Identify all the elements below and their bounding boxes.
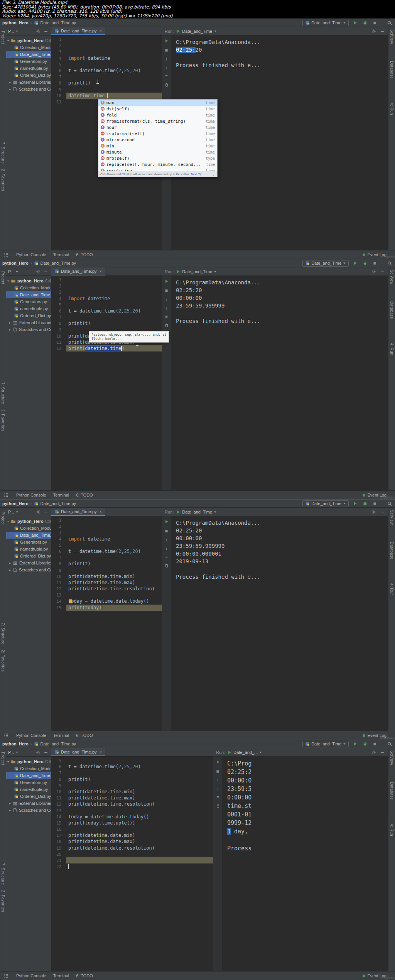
code-editor[interactable]: 1234import datetime56t = datetime.time(2…: [51, 516, 162, 731]
tool-button--structure[interactable]: 7: Structure: [1, 623, 5, 645]
status-item-python-console[interactable]: Python Console: [16, 252, 46, 257]
down-stack-button[interactable]: ↓: [215, 786, 221, 791]
settings-button[interactable]: [35, 28, 41, 34]
breadcrumb-project[interactable]: python_Hero: [2, 501, 29, 506]
tab-close-button[interactable]: ×: [100, 509, 102, 514]
status-item-6-todo[interactable]: 6: TODO: [76, 252, 93, 257]
tool-button--structure[interactable]: 7: Structure: [1, 863, 5, 885]
code-editor[interactable]: 1234import datetime56t = datetime.time(2…: [51, 276, 162, 490]
chevron-expanded-icon[interactable]: ▾: [7, 760, 11, 764]
chevron-collapsed-icon[interactable]: ▸: [9, 81, 13, 84]
rerun-button[interactable]: [164, 278, 170, 284]
tree-item[interactable]: ▸Scratches and Consol...: [6, 807, 51, 814]
status-item-python-console[interactable]: Python Console: [16, 733, 46, 738]
debug-button[interactable]: [362, 741, 368, 747]
run-config-select[interactable]: Date_and_Time: [302, 260, 349, 267]
project-panel-title[interactable]: P...: [8, 269, 14, 274]
tool-button--run[interactable]: 4: Run: [390, 343, 394, 355]
editor-tab[interactable]: Date_and_Time.py×: [51, 267, 105, 275]
completion-item[interactable]: fhourtime: [98, 124, 217, 130]
tool-button--favorites[interactable]: 2: Favorites: [1, 650, 5, 672]
tool-button-project[interactable]: Project: [1, 752, 5, 765]
editor-tab[interactable]: Date_and_Time.py×: [51, 748, 105, 756]
tree-item[interactable]: ▾python_HeroC:\Use...: [6, 277, 51, 284]
stop-button[interactable]: [371, 20, 378, 26]
search-button[interactable]: [387, 741, 393, 747]
breadcrumb-file[interactable]: Date_and_Time.py: [41, 20, 76, 25]
tool-window-switcher-button[interactable]: [3, 492, 9, 498]
completion-item[interactable]: fresolutiontime: [98, 167, 217, 171]
tool-button-database[interactable]: Database: [390, 301, 394, 319]
run-tab[interactable]: Date_and_Time: [176, 510, 217, 514]
tool-button-database[interactable]: Database: [390, 542, 394, 559]
tree-item[interactable]: Collection_Modul...: [6, 525, 51, 532]
tree-item[interactable]: Collection_Modul...: [6, 284, 51, 291]
chevron-collapsed-icon[interactable]: ▸: [9, 568, 13, 572]
clear-console-button[interactable]: [164, 82, 170, 88]
run-tab[interactable]: Date_and_...: [227, 750, 262, 755]
tree-item[interactable]: ▾python_HeroC:\Use...: [6, 518, 51, 525]
completion-item[interactable]: fmintime: [98, 143, 217, 149]
hide-panel-button[interactable]: [379, 28, 385, 34]
stop-button[interactable]: [371, 741, 378, 747]
tool-button--structure[interactable]: 7: Structure: [1, 382, 5, 404]
tree-item[interactable]: ▸External Libraries: [6, 559, 51, 566]
rerun-button[interactable]: [164, 519, 170, 525]
tree-item[interactable]: Generators.py: [6, 539, 51, 546]
tree-item[interactable]: Date_and_Time.py: [6, 772, 51, 779]
up-stack-button[interactable]: ↑: [164, 537, 169, 542]
status-item-6-todo[interactable]: 6: TODO: [76, 733, 93, 738]
chevron-collapsed-icon[interactable]: ▸: [9, 321, 13, 324]
hide-panel-button[interactable]: [43, 28, 49, 34]
stop-button[interactable]: [215, 768, 221, 774]
up-stack-button[interactable]: ↑: [164, 297, 169, 302]
project-panel-title[interactable]: P...: [8, 510, 14, 514]
tool-button-sciview[interactable]: SciView: [390, 29, 394, 44]
settings-button[interactable]: [371, 749, 377, 755]
rerun-button[interactable]: [215, 759, 221, 765]
tool-window-switcher-button[interactable]: [3, 973, 9, 979]
run-button[interactable]: [352, 260, 358, 266]
clear-console-button[interactable]: [215, 803, 221, 809]
chevron-collapsed-icon[interactable]: ▸: [9, 561, 13, 565]
tool-button-database[interactable]: Database: [390, 61, 394, 79]
tool-button--favorites[interactable]: 2: Favorites: [1, 890, 5, 912]
up-stack-button[interactable]: ↑: [164, 56, 169, 62]
tree-item[interactable]: Ordered_Dict.py: [6, 72, 51, 79]
breadcrumb-file[interactable]: Date_and_Time.py: [41, 742, 76, 746]
run-tab[interactable]: Date_and_Time: [176, 29, 217, 34]
up-stack-button[interactable]: ↑: [215, 777, 221, 783]
tree-item[interactable]: Generators.py: [6, 298, 51, 305]
breadcrumb-project[interactable]: python_Hero: [2, 742, 29, 746]
tree-item[interactable]: ▸Scratches and Consol...: [6, 326, 51, 333]
search-button[interactable]: [387, 20, 393, 26]
editor-tab[interactable]: Date_and_Time.py×: [51, 508, 105, 516]
settings-button[interactable]: [35, 509, 41, 515]
tree-item[interactable]: namedtuple.py: [6, 65, 51, 72]
completion-item[interactable]: fmaxtime: [98, 100, 217, 106]
tool-button--structure[interactable]: 7: Structure: [1, 142, 5, 164]
chevron-expanded-icon[interactable]: ▾: [7, 39, 11, 42]
tree-item[interactable]: Generators.py: [6, 779, 51, 786]
tool-button-sciview[interactable]: SciView: [390, 270, 394, 284]
soft-wrap-button[interactable]: ≡: [164, 73, 169, 79]
status-item-terminal[interactable]: Terminal: [53, 733, 69, 738]
debug-button[interactable]: [362, 500, 368, 507]
tree-item[interactable]: ▸External Libraries: [6, 319, 51, 326]
run-console[interactable]: C:\ProgramData\Anaconda...02:25:2000:00:…: [171, 276, 388, 490]
tool-button-project[interactable]: Project: [1, 31, 5, 44]
run-button[interactable]: [352, 741, 358, 747]
completion-item[interactable]: mreplace(self, hour, minute, second...ti…: [98, 161, 217, 167]
tree-item[interactable]: Date_and_Time.py: [6, 532, 51, 539]
run-button[interactable]: [352, 500, 358, 507]
breadcrumb-file[interactable]: Date_and_Time.py: [41, 261, 76, 265]
next-tip-link[interactable]: Next Tip: [191, 172, 202, 176]
tree-item[interactable]: Ordered_Dict.py: [6, 793, 51, 800]
tool-button--favorites[interactable]: 2: Favorites: [1, 169, 5, 191]
clear-console-button[interactable]: [164, 322, 170, 328]
tree-item[interactable]: ▾python_HeroC:\Use...: [6, 37, 51, 44]
debug-button[interactable]: [362, 260, 368, 266]
down-stack-button[interactable]: ↓: [164, 65, 169, 70]
run-console[interactable]: C:\ProgramData\Anaconda...02:25:2000:00:…: [171, 516, 388, 731]
completion-item[interactable]: fmicrosecondtime: [98, 137, 217, 143]
